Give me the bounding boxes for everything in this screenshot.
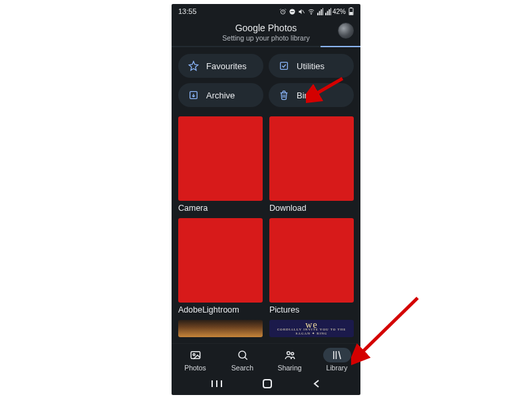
svg-point-14 [291, 352, 293, 354]
svg-line-20 [359, 298, 418, 355]
app-title: Google Photos [172, 23, 360, 33]
people-icon [283, 348, 297, 362]
album-download[interactable]: Download [269, 116, 354, 213]
nav-label: Photos [184, 364, 206, 372]
svg-point-4 [311, 13, 312, 14]
utilities-icon [278, 60, 290, 72]
bin-chip[interactable]: Bin [269, 83, 354, 107]
archive-icon [188, 89, 200, 101]
svg-point-11 [193, 353, 195, 355]
svg-line-3 [303, 10, 305, 13]
album-thumbnail [269, 218, 354, 303]
svg-rect-8 [281, 63, 288, 70]
utilities-chip[interactable]: Utilities [269, 54, 354, 78]
nav-sharing[interactable]: Sharing [266, 348, 313, 372]
svg-point-12 [239, 351, 246, 358]
svg-rect-6 [350, 7, 352, 9]
album-camera[interactable]: Camera [178, 116, 263, 213]
chip-label: Utilities [297, 61, 325, 71]
star-icon [188, 60, 200, 72]
nav-label: Library [326, 364, 347, 372]
album-adobelightroom[interactable]: AdobeLightroom [178, 218, 263, 315]
android-system-nav [172, 375, 360, 395]
album-label: Download [269, 203, 354, 213]
account-avatar[interactable] [338, 23, 354, 39]
invite-line2: SAGAN ✦ RING [296, 331, 328, 335]
invite-script: we [305, 323, 317, 328]
signal-icon [317, 8, 323, 15]
device-albums-grid: Camera Download AdobeLightroom Pictures [178, 116, 354, 315]
album-thumbnail [178, 218, 263, 303]
wifi-icon [307, 8, 315, 15]
favourites-chip[interactable]: Favourites [178, 54, 263, 78]
trash-icon [278, 89, 290, 101]
svg-rect-7 [350, 12, 353, 15]
album-pictures[interactable]: Pictures [269, 218, 354, 315]
library-content[interactable]: Favourites Utilities Archive Bin Camera [172, 47, 360, 343]
album-thumbnail-partial[interactable] [178, 320, 263, 337]
home-button[interactable] [262, 378, 273, 392]
recents-button[interactable] [211, 379, 223, 391]
battery-percent: 42% [332, 8, 346, 15]
bottom-navigation: Photos Search Sharing Library [172, 343, 360, 375]
mute-icon [298, 8, 305, 15]
library-icon [323, 348, 351, 362]
album-thumbnail [178, 116, 263, 201]
svg-point-13 [287, 351, 290, 354]
nav-library[interactable]: Library [313, 348, 360, 372]
nav-label: Sharing [277, 364, 301, 372]
album-label: Camera [178, 203, 263, 213]
back-button[interactable] [312, 379, 321, 391]
library-shortcuts: Favourites Utilities Archive Bin [178, 54, 354, 107]
alarm-icon [279, 8, 287, 15]
dnd-icon [289, 8, 296, 15]
search-icon [235, 348, 250, 362]
status-time: 13:55 [178, 7, 197, 15]
battery-icon [348, 7, 354, 15]
svg-rect-18 [263, 380, 271, 388]
albums-partial-row: we CORDIALLY INVITE YOU TO THE SAGAN ✦ R… [178, 320, 354, 337]
nav-search[interactable]: Search [219, 348, 266, 372]
app-subtitle: Setting up your photo library [172, 34, 360, 42]
chip-label: Archive [206, 90, 235, 100]
archive-chip[interactable]: Archive [178, 83, 263, 107]
svg-rect-2 [291, 11, 294, 12]
album-label: AdobeLightroom [178, 305, 263, 315]
annotation-arrow-library [351, 291, 424, 371]
app-header: Google Photos Setting up your photo libr… [172, 19, 360, 46]
photo-icon [188, 348, 203, 362]
setup-progress-bar [172, 46, 360, 47]
signal-icon-2 [325, 8, 331, 15]
nav-photos[interactable]: Photos [172, 348, 219, 372]
album-thumbnail-partial[interactable]: we CORDIALLY INVITE YOU TO THE SAGAN ✦ R… [269, 320, 354, 337]
album-thumbnail [269, 116, 354, 201]
chip-label: Bin [297, 90, 309, 100]
chip-label: Favourites [206, 61, 247, 71]
nav-label: Search [231, 364, 253, 372]
google-photos-app-screen: 13:55 42% Google Photos Setting up your … [172, 4, 360, 395]
album-label: Pictures [269, 305, 354, 315]
status-bar: 13:55 42% [172, 4, 360, 19]
